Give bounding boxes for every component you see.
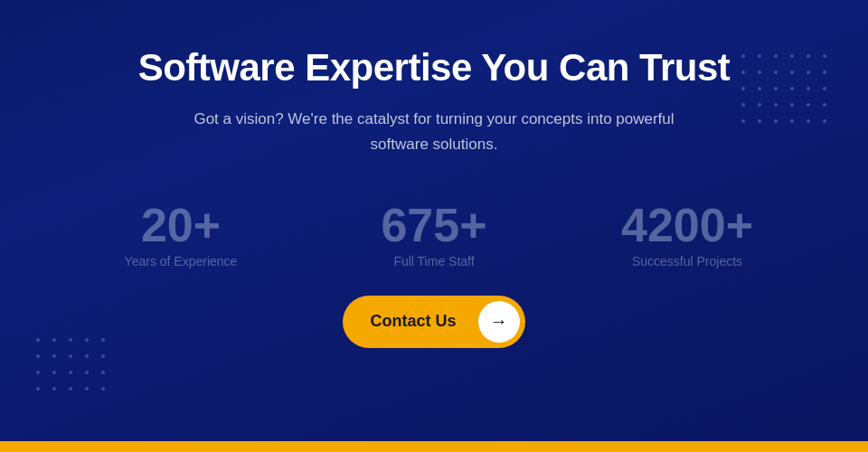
- stat-label-experience: Years of Experience: [125, 254, 238, 268]
- stat-staff: 675+ Full Time Staff: [307, 202, 561, 268]
- stat-number-staff: 675+: [381, 202, 486, 249]
- stat-projects: 4200+ Successful Projects: [561, 202, 814, 268]
- stat-experience: 20+ Years of Experience: [54, 202, 307, 268]
- page-subheading: Got a vision? We're the catalyst for tur…: [181, 107, 687, 155]
- contact-us-button[interactable]: Contact Us →: [343, 296, 524, 348]
- stat-number-projects: 4200+: [621, 202, 753, 249]
- stats-row: 20+ Years of Experience 675+ Full Time S…: [0, 202, 868, 268]
- dot-grid-bottom-left: [36, 338, 110, 396]
- stat-label-projects: Successful Projects: [632, 254, 742, 268]
- contact-us-label: Contact Us: [343, 312, 477, 331]
- stat-number-experience: 20+: [141, 202, 221, 249]
- hero-section: Software Expertise You Can Trust Got a v…: [0, 0, 868, 441]
- dot-grid-top-right: [741, 54, 832, 128]
- arrow-icon: →: [478, 301, 520, 343]
- bottom-accent-bar: [0, 441, 868, 452]
- page-heading: Software Expertise You Can Trust: [138, 45, 731, 90]
- stat-label-staff: Full Time Staff: [393, 254, 474, 268]
